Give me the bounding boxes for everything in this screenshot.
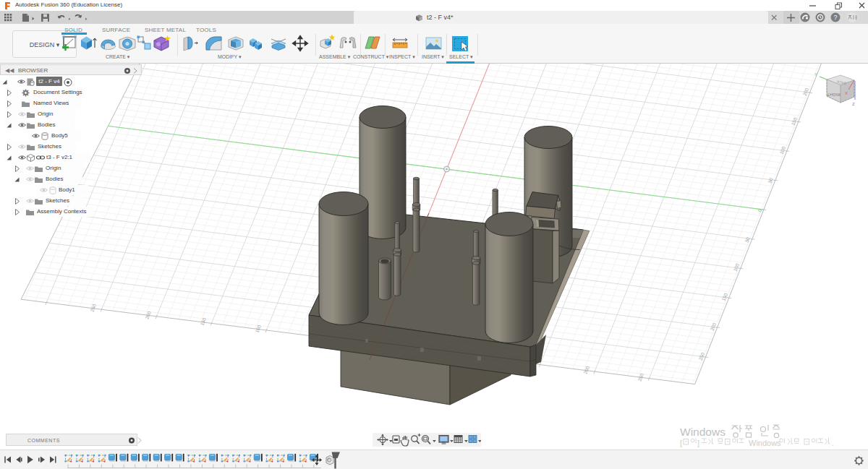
svg-text:100: 100 — [732, 262, 740, 272]
svg-text:?: ? — [833, 14, 837, 21]
svg-text:50: 50 — [767, 177, 773, 184]
svg-text:200: 200 — [709, 322, 717, 331]
svg-text:RIGHT: RIGHT — [827, 92, 841, 97]
svg-text:100: 100 — [254, 324, 262, 333]
svg-text:200: 200 — [144, 310, 152, 319]
svg-text:[: [ — [680, 439, 682, 447]
svg-text:]: ] — [697, 439, 699, 447]
svg-text:Windows: Windows — [680, 426, 726, 438]
svg-text:Y: Y — [814, 72, 817, 77]
svg-text:150: 150 — [720, 292, 728, 301]
svg-text:150: 150 — [790, 116, 798, 126]
svg-text:200: 200 — [801, 87, 809, 96]
svg-text:100: 100 — [778, 145, 786, 155]
svg-text:Windows: Windows — [749, 439, 781, 447]
svg-text:Z: Z — [852, 102, 855, 106]
svg-text:X: X — [845, 91, 848, 95]
svg-text:50: 50 — [744, 236, 750, 244]
svg-text:.: . — [832, 439, 834, 447]
svg-text:250: 250 — [697, 351, 705, 361]
